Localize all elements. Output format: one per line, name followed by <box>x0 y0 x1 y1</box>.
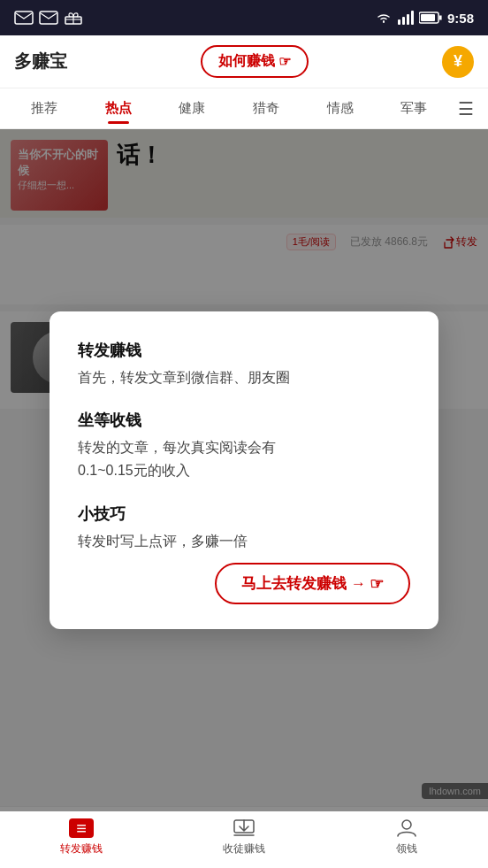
tab-weird[interactable]: 猎奇 <box>229 93 303 124</box>
forward-earn-button[interactable]: 马上去转发赚钱 → ☞ <box>215 563 410 604</box>
notification-icon <box>14 11 34 25</box>
bottom-nav-recruit-earn[interactable]: 收徒赚钱 <box>163 807 325 868</box>
download-icon <box>233 818 255 838</box>
svg-rect-0 <box>15 12 33 24</box>
time-display: 9:58 <box>447 11 474 26</box>
forward-earn-nav-label: 转发赚钱 <box>60 841 103 856</box>
recruit-earn-nav-icon <box>232 818 256 838</box>
status-bar: 9:58 <box>0 0 488 35</box>
bottom-nav-collect[interactable]: 领钱 <box>325 807 488 868</box>
modal-section-title-3: 小技巧 <box>78 503 410 525</box>
modal-overlay[interactable]: 转发赚钱 首先，转发文章到微信群、朋友圈 坐等收钱 转发的文章，每次真实阅读会有… <box>0 129 488 811</box>
svg-point-10 <box>402 820 411 829</box>
bottom-nav-forward-earn[interactable]: ≡ 转发赚钱 <box>0 807 163 868</box>
modal-section-text-2: 转发的文章，每次真实阅读会有 0.1~0.15元的收入 <box>78 436 410 481</box>
svg-rect-8 <box>421 14 435 21</box>
tab-health[interactable]: 健康 <box>155 93 229 124</box>
person-icon <box>395 818 418 838</box>
modal-action-area: 马上去转发赚钱 → ☞ <box>78 563 410 604</box>
svg-rect-5 <box>407 14 409 25</box>
modal-section-text-3: 转发时写上点评，多赚一倍 <box>78 530 410 553</box>
cursor-emoji: ☞ <box>278 53 291 70</box>
tab-emotion[interactable]: 情感 <box>303 93 377 124</box>
tab-military[interactable]: 军事 <box>377 93 451 124</box>
notification-icon-2 <box>39 11 58 25</box>
wifi-icon <box>375 11 393 25</box>
earn-how-button[interactable]: 如何赚钱 ☞ <box>201 45 309 78</box>
svg-rect-4 <box>402 17 405 25</box>
tab-more-button[interactable]: ☰ <box>451 98 481 119</box>
tab-bar: 推荐 热点 健康 猎奇 情感 军事 ☰ <box>0 88 488 129</box>
modal-section-text-1: 首先，转发文章到微信群、朋友圈 <box>78 366 410 389</box>
svg-rect-1 <box>40 12 57 24</box>
collect-nav-icon <box>394 818 419 838</box>
signal-icon <box>398 11 414 25</box>
forward-earn-nav-icon: ≡ <box>69 818 94 838</box>
collect-nav-label: 领钱 <box>396 841 417 856</box>
gift-icon <box>64 11 83 25</box>
modal-section-title-1: 转发赚钱 <box>78 340 410 361</box>
hand-cursor-icon: ☞ <box>370 574 384 594</box>
recruit-earn-nav-label: 收徒赚钱 <box>223 841 265 856</box>
tab-hot[interactable]: 热点 <box>81 93 156 124</box>
modal-section-earn: 坐等收钱 转发的文章，每次真实阅读会有 0.1~0.15元的收入 <box>78 410 410 481</box>
how-to-earn-modal: 转发赚钱 首先，转发文章到微信群、朋友圈 坐等收钱 转发的文章，每次真实阅读会有… <box>50 311 438 629</box>
svg-rect-3 <box>398 19 400 25</box>
battery-icon <box>419 12 442 24</box>
status-icons-left <box>14 11 83 25</box>
content-area: 当你不开心的时候 仔细想一想... 话！ 1毛/阅读 已发放 4866.8元 转… <box>0 129 488 811</box>
tab-recommend[interactable]: 推荐 <box>7 93 81 124</box>
app-header: 多赚宝 如何赚钱 ☞ ¥ <box>0 35 488 88</box>
bottom-nav: ≡ 转发赚钱 收徒赚钱 领钱 <box>0 806 488 868</box>
status-icons-right: 9:58 <box>375 11 474 26</box>
modal-section-forward: 转发赚钱 首先，转发文章到微信群、朋友圈 <box>78 340 410 389</box>
modal-section-tips: 小技巧 转发时写上点评，多赚一倍 <box>78 503 410 553</box>
svg-rect-6 <box>411 11 414 25</box>
app-title: 多赚宝 <box>14 50 67 73</box>
coin-balance-icon[interactable]: ¥ <box>442 46 474 78</box>
modal-section-title-2: 坐等收钱 <box>78 410 410 431</box>
